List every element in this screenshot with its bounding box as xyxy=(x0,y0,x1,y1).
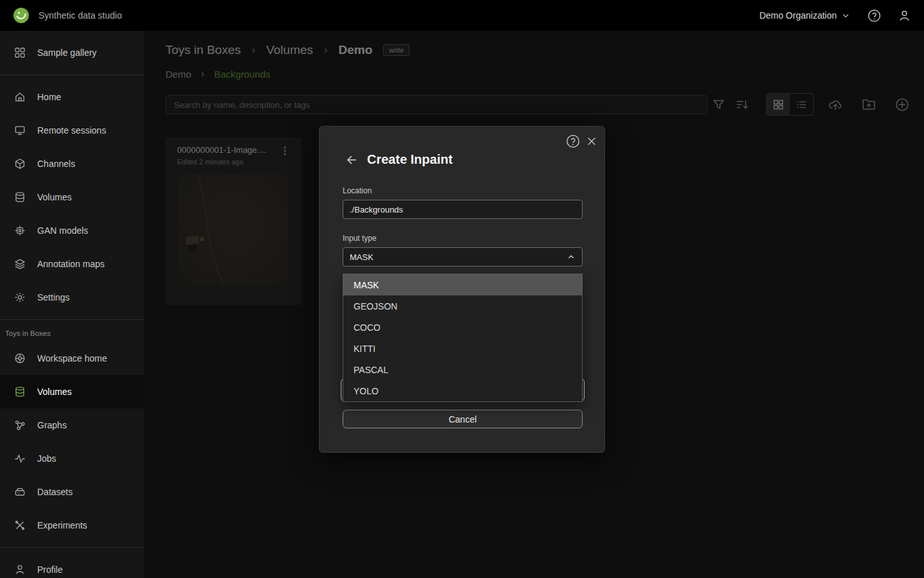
sidebar-item-label: Graphs xyxy=(37,420,67,430)
location-label: Location xyxy=(343,186,372,195)
sidebar-item-label: Home xyxy=(37,92,61,102)
sidebar-item-home[interactable]: Home xyxy=(0,80,144,114)
option-yolo[interactable]: YOLO xyxy=(343,380,582,401)
back-arrow-icon[interactable] xyxy=(345,153,358,166)
sidebar-item-label: Experiments xyxy=(37,520,87,530)
database-icon xyxy=(13,191,26,203)
sidebar-item-volumes[interactable]: Volumes xyxy=(0,180,144,214)
topbar-left: Synthetic data studio xyxy=(13,7,122,24)
org-switcher[interactable]: Demo Organization xyxy=(759,10,851,21)
sidebar-item-profile[interactable]: Profile xyxy=(0,553,144,578)
sidebar-item-label: Channels xyxy=(37,159,75,169)
app-logo-icon[interactable] xyxy=(13,7,30,24)
drive-icon xyxy=(13,486,26,498)
option-mask[interactable]: MASK xyxy=(343,274,582,295)
sidebar-item-label: GAN models xyxy=(37,225,88,236)
dialog-title: Create Inpaint xyxy=(367,152,452,167)
sidebar-item-channels[interactable]: Channels xyxy=(0,147,144,180)
monitor-icon xyxy=(13,125,26,136)
org-name: Demo Organization xyxy=(759,10,837,21)
chevron-up-icon xyxy=(565,251,577,263)
home-icon xyxy=(13,91,26,103)
input-type-value: MASK xyxy=(350,252,373,262)
chip-icon xyxy=(13,225,26,236)
sidebar-item-annotation-maps[interactable]: Annotation maps xyxy=(0,247,144,281)
sidebar-item-label: Annotation maps xyxy=(37,259,105,269)
sidebar-item-workspace-home[interactable]: Workspace home xyxy=(0,342,144,375)
topbar: Synthetic data studio Demo Organization xyxy=(0,0,924,31)
layers-icon xyxy=(13,258,26,270)
option-kitti[interactable]: KITTI xyxy=(343,338,582,359)
option-pascal[interactable]: PASCAL xyxy=(343,359,582,380)
package-icon xyxy=(13,158,26,170)
user-icon[interactable] xyxy=(898,9,911,22)
sidebar-item-label: Remote sessions xyxy=(37,125,106,136)
cancel-button[interactable]: Cancel xyxy=(343,410,583,428)
sidebar-item-label: Datasets xyxy=(37,487,73,497)
option-geojson[interactable]: GEOJSON xyxy=(343,295,582,317)
help-icon[interactable] xyxy=(868,9,881,22)
sidebar-item-datasets[interactable]: Datasets xyxy=(0,475,144,509)
graph-icon xyxy=(13,419,26,431)
chevron-down-icon xyxy=(841,10,851,21)
sidebar-item-label: Volumes xyxy=(37,192,72,202)
option-coco[interactable]: COCO xyxy=(343,317,582,338)
sidebar-item-label: Sample gallery xyxy=(37,48,97,58)
user-icon xyxy=(13,564,26,575)
gear-icon xyxy=(13,292,26,303)
sidebar-item-label: Workspace home xyxy=(37,353,107,363)
sidebar-divider xyxy=(0,547,144,548)
activity-icon xyxy=(13,453,26,464)
sidebar: Sample gallery Home Remote sessions Chan… xyxy=(0,31,144,578)
main-content: Toys in Boxes › Volumes › Demo write Dem… xyxy=(144,31,924,578)
sidebar-item-sample-gallery[interactable]: Sample gallery xyxy=(0,36,144,69)
workspace-section-label: Toys in Boxes xyxy=(0,325,144,342)
sidebar-item-jobs[interactable]: Jobs xyxy=(0,442,144,475)
sidebar-item-label: Settings xyxy=(37,292,70,302)
input-type-label: Input type xyxy=(343,234,377,243)
sidebar-divider xyxy=(0,319,144,320)
sidebar-item-experiments[interactable]: Experiments xyxy=(0,509,144,542)
create-inpaint-dialog: Create Inpaint Location Input type MASK … xyxy=(319,126,605,453)
sidebar-item-workspace-volumes[interactable]: Volumes xyxy=(0,375,144,408)
sidebar-item-label: Volumes xyxy=(37,387,72,397)
sidebar-item-remote-sessions[interactable]: Remote sessions xyxy=(0,114,144,147)
close-icon[interactable] xyxy=(585,134,599,148)
sidebar-item-settings[interactable]: Settings xyxy=(0,281,144,314)
input-type-select[interactable]: MASK xyxy=(343,247,583,267)
database-icon xyxy=(13,386,26,398)
sidebar-divider xyxy=(0,74,144,75)
location-input[interactable] xyxy=(343,200,583,219)
input-type-listbox: MASK GEOJSON COCO KITTI PASCAL YOLO xyxy=(343,274,583,402)
grid-icon xyxy=(13,47,26,58)
sidebar-item-label: Profile xyxy=(37,565,63,575)
sidebar-item-graphs[interactable]: Graphs xyxy=(0,408,144,442)
sidebar-item-gan-models[interactable]: GAN models xyxy=(0,214,144,247)
workspace-icon xyxy=(13,353,26,364)
topbar-right: Demo Organization xyxy=(759,9,911,22)
experiments-icon xyxy=(13,520,26,531)
dialog-help-icon[interactable] xyxy=(566,134,580,148)
sidebar-item-label: Jobs xyxy=(37,453,56,464)
app-title: Synthetic data studio xyxy=(38,10,122,21)
